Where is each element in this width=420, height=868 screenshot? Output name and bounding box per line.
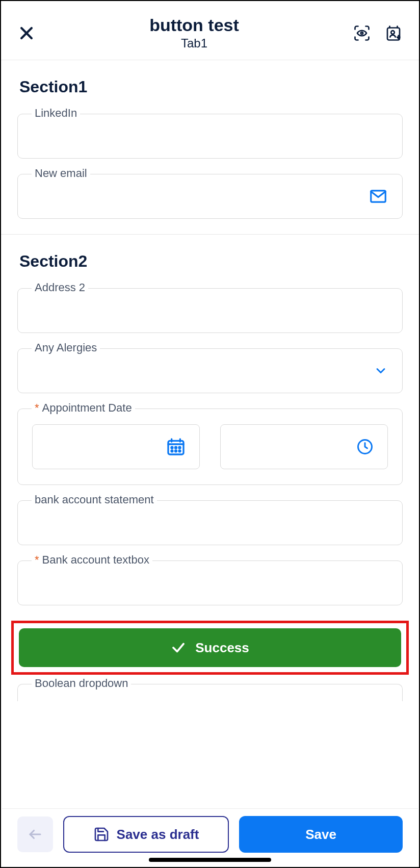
svg-point-12 [179, 447, 180, 448]
svg-point-4 [391, 31, 395, 34]
arrow-left-icon [28, 827, 43, 842]
contact-download-button[interactable] [383, 23, 404, 43]
success-button[interactable]: Success [19, 628, 401, 667]
page-subtitle: Tab1 [37, 36, 352, 50]
appointment-label: Appointment Date [42, 401, 132, 414]
section2-title: Section2 [1, 235, 419, 279]
success-highlight: Success [11, 621, 409, 675]
bank-statement-field[interactable]: bank account statement [17, 500, 403, 545]
header: button test Tab1 [1, 1, 419, 60]
svg-point-2 [361, 32, 363, 34]
save-as-draft-button[interactable]: Save as draft [63, 816, 229, 853]
save-icon [93, 826, 110, 843]
close-icon [18, 24, 35, 42]
email-icon [369, 187, 388, 206]
allergies-label: Any Alergies [32, 341, 100, 354]
address2-field[interactable]: Address 2 [17, 288, 403, 333]
scan-eye-icon [353, 24, 371, 42]
bank-textbox-label: Bank account textbox [42, 553, 149, 566]
chevron-down-icon [374, 364, 388, 378]
linkedin-label: LinkedIn [32, 107, 80, 120]
bank-statement-label: bank account statement [32, 493, 157, 506]
home-indicator [149, 858, 271, 862]
back-button[interactable] [17, 816, 53, 852]
svg-point-15 [179, 450, 180, 452]
close-button[interactable] [16, 23, 37, 43]
contact-download-icon [384, 24, 403, 42]
form-content: Section1 LinkedIn New email Section2 Add… [1, 60, 419, 867]
address2-label: Address 2 [32, 281, 88, 294]
new-email-field[interactable]: New email [17, 174, 403, 219]
new-email-label: New email [32, 167, 90, 180]
appointment-date-input[interactable] [32, 424, 200, 469]
svg-point-13 [171, 450, 173, 452]
calendar-icon [166, 437, 186, 457]
svg-point-10 [171, 447, 173, 448]
allergies-field[interactable]: Any Alergies [17, 348, 403, 393]
save-button[interactable]: Save [239, 816, 403, 853]
appointment-date-group: *Appointment Date [17, 409, 403, 485]
appointment-time-input[interactable] [220, 424, 388, 469]
svg-point-11 [175, 447, 177, 448]
boolean-dropdown-field[interactable]: Boolean dropdown [17, 684, 403, 701]
boolean-dropdown-label: Boolean dropdown [32, 677, 131, 690]
linkedin-field[interactable]: LinkedIn [17, 114, 403, 159]
svg-point-14 [175, 450, 177, 452]
check-icon [171, 640, 186, 655]
bank-textbox-field[interactable]: *Bank account textbox [17, 560, 403, 605]
clock-icon [356, 438, 374, 456]
page-title: button test [37, 15, 352, 35]
scan-button[interactable] [352, 23, 372, 43]
section1-title: Section1 [1, 60, 419, 105]
